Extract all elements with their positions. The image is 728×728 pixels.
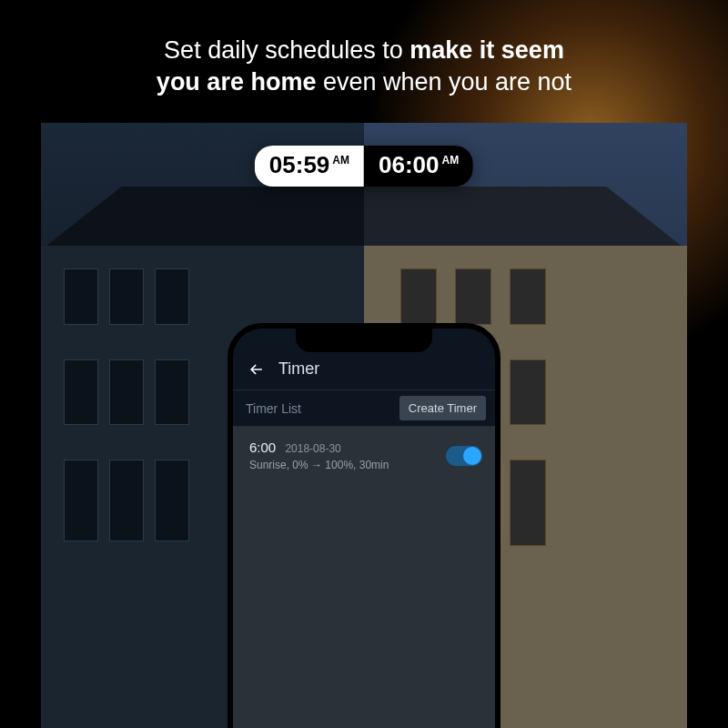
time-comparison-pill: 05:59 AM 06:00 AM (255, 146, 473, 187)
toggle-knob (463, 447, 481, 465)
time-after-ampm: AM (442, 154, 460, 167)
time-after: 06:00 AM (364, 146, 473, 187)
app-screen: Timer Timer List Create Timer 6:00 2018-… (233, 329, 495, 728)
time-before-value: 05:59 (269, 151, 330, 179)
headline-part1: Set daily schedules to (164, 36, 410, 64)
headline-part3: even when you are not (316, 68, 571, 96)
timer-item[interactable]: 6:00 2018-08-30 Sunrise, 0% → 100%, 30mi… (233, 427, 495, 484)
timer-list: 6:00 2018-08-30 Sunrise, 0% → 100%, 30mi… (233, 427, 495, 728)
time-before-ampm: AM (332, 154, 349, 167)
app-title: Timer (278, 359, 319, 379)
headline-part2: you are home (157, 68, 317, 96)
timer-list-label: Timer List (246, 401, 301, 416)
headline: Set daily schedules to make it seem you … (0, 35, 728, 98)
timer-toggle[interactable] (446, 446, 482, 466)
time-before: 05:59 AM (255, 146, 364, 187)
phone-mockup: Timer Timer List Create Timer 6:00 2018-… (228, 323, 500, 728)
timer-time: 6:00 (249, 440, 276, 455)
phone-notch (296, 329, 432, 352)
time-after-value: 06:00 (379, 151, 440, 179)
timer-item-text: 6:00 2018-08-30 Sunrise, 0% → 100%, 30mi… (249, 440, 389, 471)
timer-detail: Sunrise, 0% → 100%, 30min (249, 459, 389, 471)
create-timer-button[interactable]: Create Timer (399, 396, 486, 420)
headline-bold1: make it seem (410, 36, 564, 64)
timer-date: 2018-08-30 (285, 442, 340, 455)
timer-list-header: Timer List Create Timer (233, 389, 495, 427)
back-icon[interactable] (248, 360, 266, 379)
